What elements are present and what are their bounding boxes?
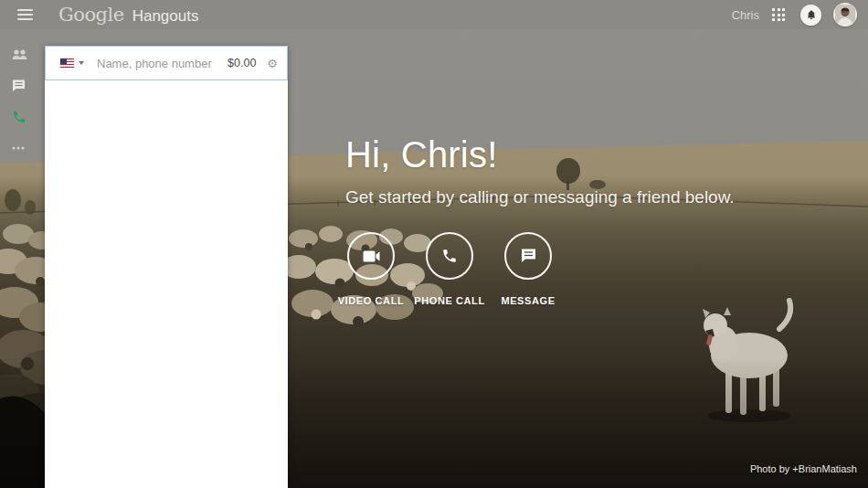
topbar-right-cluster: Chris bbox=[732, 3, 868, 27]
welcome-section: Hi, Chris! Get started by calling or mes… bbox=[345, 134, 735, 207]
more-dots-icon bbox=[12, 146, 25, 150]
country-dropdown-caret-icon[interactable] bbox=[79, 61, 84, 65]
sidebar-item-phone-calls[interactable] bbox=[0, 101, 44, 133]
user-avatar[interactable] bbox=[833, 3, 857, 27]
phone-icon bbox=[12, 110, 26, 124]
bell-icon bbox=[807, 10, 816, 20]
video-call-label: VIDEO CALL bbox=[338, 295, 405, 306]
settings-gear-icon[interactable]: ⚙ bbox=[267, 58, 278, 69]
photo-credit: Photo by +BrianMatiash bbox=[750, 463, 857, 474]
video-camera-icon bbox=[363, 250, 380, 262]
user-name-label[interactable]: Chris bbox=[732, 8, 759, 22]
quick-actions-row: VIDEO CALL PHONE CALL MESSAGE bbox=[347, 232, 552, 306]
notifications-bell-button[interactable] bbox=[800, 5, 821, 26]
video-call-button[interactable]: VIDEO CALL bbox=[347, 232, 395, 306]
video-call-circle[interactable] bbox=[347, 232, 395, 280]
message-label: MESSAGE bbox=[501, 295, 555, 306]
hamburger-menu-icon[interactable] bbox=[17, 6, 33, 23]
phone-handset-icon bbox=[441, 248, 458, 264]
message-button[interactable]: MESSAGE bbox=[504, 232, 552, 306]
phone-number-input-row: $0.00 ⚙ bbox=[45, 46, 288, 80]
phone-number-input[interactable] bbox=[97, 57, 228, 70]
left-nav-sidebar bbox=[0, 29, 44, 488]
hangouts-app-window: Google Hangouts Chris bbox=[0, 0, 868, 488]
top-app-bar: Google Hangouts Chris bbox=[0, 0, 868, 29]
us-flag-icon[interactable] bbox=[60, 58, 74, 68]
avatar-photo bbox=[835, 5, 855, 25]
chat-icon bbox=[12, 80, 26, 92]
calling-credit-balance[interactable]: $0.00 bbox=[228, 57, 256, 69]
message-circle[interactable] bbox=[504, 232, 552, 280]
message-bubble-icon bbox=[521, 249, 536, 263]
dialer-panel: $0.00 ⚙ bbox=[45, 46, 288, 488]
phone-call-circle[interactable] bbox=[426, 232, 473, 280]
greeting-heading: Hi, Chris! bbox=[345, 134, 735, 175]
app-logo: Google Hangouts bbox=[58, 4, 198, 26]
greeting-subtitle: Get started by calling or messaging a fr… bbox=[345, 187, 735, 207]
phone-call-button[interactable]: PHONE CALL bbox=[426, 232, 473, 306]
phone-call-label: PHONE CALL bbox=[414, 295, 485, 306]
sidebar-item-conversations[interactable] bbox=[0, 70, 44, 101]
sidebar-item-contacts[interactable] bbox=[0, 39, 44, 70]
google-apps-grid-icon[interactable] bbox=[772, 8, 785, 21]
product-name: Hangouts bbox=[132, 7, 199, 26]
google-wordmark: Google bbox=[58, 4, 124, 26]
people-icon bbox=[12, 49, 27, 60]
sidebar-item-more[interactable] bbox=[0, 133, 44, 164]
